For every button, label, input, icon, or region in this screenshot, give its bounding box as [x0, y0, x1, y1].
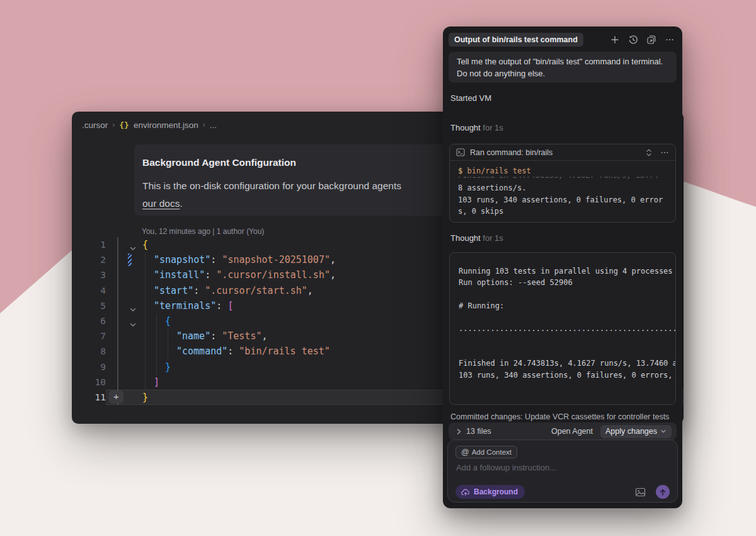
background-mode-pill[interactable]: Background: [455, 485, 525, 499]
git-blame-annotation: You, 12 minutes ago | 1 author (You): [142, 227, 264, 236]
code-text[interactable]: "terminals": [: [142, 298, 233, 313]
gutter: +: [106, 390, 142, 405]
code-text[interactable]: "start": ".cursor/start.sh",: [142, 283, 313, 298]
code-text[interactable]: "install": ".cursor/install.sh",: [142, 267, 336, 283]
gutter: [106, 344, 142, 359]
desktop-background: .cursor › {} environment.json › ... Back…: [0, 0, 756, 536]
thought-label: Thought: [450, 123, 481, 132]
changed-files-bar[interactable]: 13 files Open Agent Apply changes: [449, 422, 677, 440]
code-text[interactable]: }: [142, 359, 171, 375]
code-text[interactable]: {: [142, 313, 171, 329]
chevron-right-icon[interactable]: [456, 428, 462, 435]
config-widget-period: .: [180, 198, 182, 209]
apply-changes-button[interactable]: Apply changes: [600, 425, 672, 438]
test-output-line: [459, 289, 675, 300]
thought-duration: for 1s: [483, 123, 503, 132]
arrow-up-icon: [659, 488, 667, 496]
test-output-line: Finished in 24.743813s, 4.1627 runs/s, 1…: [459, 358, 675, 369]
line-number[interactable]: 9: [72, 359, 106, 375]
fold-chevron-icon[interactable]: [129, 303, 137, 310]
ran-command-card: Ran command: bin/rails $ bin/rails test …: [449, 144, 676, 223]
composer-footer: Background: [455, 484, 670, 499]
attach-image-icon[interactable]: [635, 487, 646, 498]
line-number[interactable]: 1: [72, 237, 106, 252]
add-line-button[interactable]: +: [109, 390, 123, 404]
fold-chevron-icon[interactable]: [129, 318, 137, 325]
line-number[interactable]: 8: [72, 344, 106, 359]
line-number[interactable]: 6: [72, 313, 106, 329]
terminal-output-line: 103 runs, 340 assertions, 0 failures, 0 …: [458, 194, 667, 218]
config-widget-text: This is the on-disk configuration for yo…: [142, 180, 401, 191]
fold-chevron-icon[interactable]: [129, 242, 137, 248]
line-number[interactable]: 2: [72, 252, 106, 267]
code-text[interactable]: "snapshot": "snapshot-20251007",: [142, 252, 336, 267]
open-agent-button[interactable]: Open Agent: [551, 427, 593, 436]
expand-collapse-icon[interactable]: [645, 148, 653, 157]
test-results-card[interactable]: Running 103 tests in parallel using 4 pr…: [449, 252, 676, 405]
scrolled-output-clip: Finished in 24.743813s, 4.1627 runs/s, 1…: [458, 177, 667, 182]
line-number[interactable]: 7: [72, 329, 106, 344]
code-text[interactable]: ]: [142, 375, 159, 390]
test-output-line: 103 runs, 340 assertions, 0 failures, 0 …: [459, 370, 675, 381]
breadcrumb-file[interactable]: environment.json: [134, 120, 198, 130]
command-line: $ bin/rails test: [458, 165, 667, 177]
chat-title-tab[interactable]: Output of bin/rails test command: [449, 33, 583, 47]
chevron-down-icon: [660, 429, 667, 434]
gutter: [106, 313, 142, 329]
more-options-icon[interactable]: [665, 35, 675, 45]
breadcrumb[interactable]: .cursor › {} environment.json › ...: [82, 118, 217, 132]
terminal-output: $ bin/rails test Finished in 24.743813s,…: [450, 161, 675, 217]
ran-command-header[interactable]: Ran command: bin/rails: [450, 144, 675, 161]
background-agent-panel: Output of bin/rails test command Tell me…: [443, 26, 682, 508]
gutter: [106, 375, 142, 390]
add-context-button[interactable]: @ Add Context: [455, 446, 517, 458]
files-count[interactable]: 13 files: [466, 427, 551, 436]
test-output-line: Run options: --seed 52906: [459, 277, 675, 288]
test-output-line: Running 103 tests in parallel using 4 pr…: [459, 265, 675, 277]
chevron-right-icon: ›: [203, 120, 205, 129]
line-number[interactable]: 4: [72, 283, 106, 298]
composer-placeholder[interactable]: Add a followup instruction...: [456, 463, 556, 472]
code-text[interactable]: "command": "bin/rails test": [142, 344, 330, 359]
docs-link[interactable]: our docs: [142, 198, 180, 209]
line-number[interactable]: 11: [72, 390, 106, 405]
breadcrumb-symbol[interactable]: ...: [210, 120, 217, 130]
line-number[interactable]: 10: [72, 375, 106, 390]
at-icon: @: [461, 448, 469, 457]
thought-summary[interactable]: Thought for 1s: [450, 123, 503, 132]
code-text[interactable]: "name": "Tests",: [142, 329, 268, 344]
line-number[interactable]: 3: [72, 267, 106, 283]
thought-label: Thought: [450, 233, 481, 243]
thought-summary[interactable]: Thought for 1s: [450, 233, 503, 243]
gutter: [106, 237, 142, 252]
line-number[interactable]: 5: [72, 298, 106, 313]
commit-message-text: Committed changes: Update VCR cassettes …: [450, 412, 680, 421]
apply-changes-label: Apply changes: [605, 427, 657, 436]
breadcrumb-folder[interactable]: .cursor: [82, 120, 108, 130]
user-message-bubble[interactable]: Tell me the output of "bin/rails test" c…: [449, 52, 677, 83]
cloud-icon: [461, 489, 470, 496]
add-context-label: Add Context: [472, 448, 512, 456]
gutter: [106, 252, 142, 267]
terminal-icon: [456, 148, 465, 156]
modified-line-marker: [128, 253, 132, 266]
terminal-output-line: 8 assertions/s.: [458, 182, 667, 194]
test-output-line: ........................................…: [459, 323, 675, 334]
chevron-right-icon: ›: [112, 120, 115, 129]
gutter: [106, 359, 142, 375]
open-in-window-icon[interactable]: [646, 35, 656, 45]
test-output-line: # Running:: [459, 300, 675, 312]
code-text[interactable]: {: [142, 237, 148, 252]
code-text[interactable]: }: [142, 390, 148, 405]
followup-composer[interactable]: @ Add Context Add a followup instruction…: [447, 440, 678, 503]
new-chat-plus-icon[interactable]: [610, 35, 620, 45]
gutter: [106, 329, 142, 344]
more-options-icon[interactable]: [660, 148, 669, 157]
test-output-line: [459, 346, 675, 358]
send-button[interactable]: [656, 485, 670, 499]
test-output-line: [459, 335, 675, 346]
vm-status-text: Started VM: [450, 93, 491, 103]
gutter: [106, 283, 142, 298]
gutter: [106, 298, 142, 313]
history-icon[interactable]: [628, 35, 638, 45]
